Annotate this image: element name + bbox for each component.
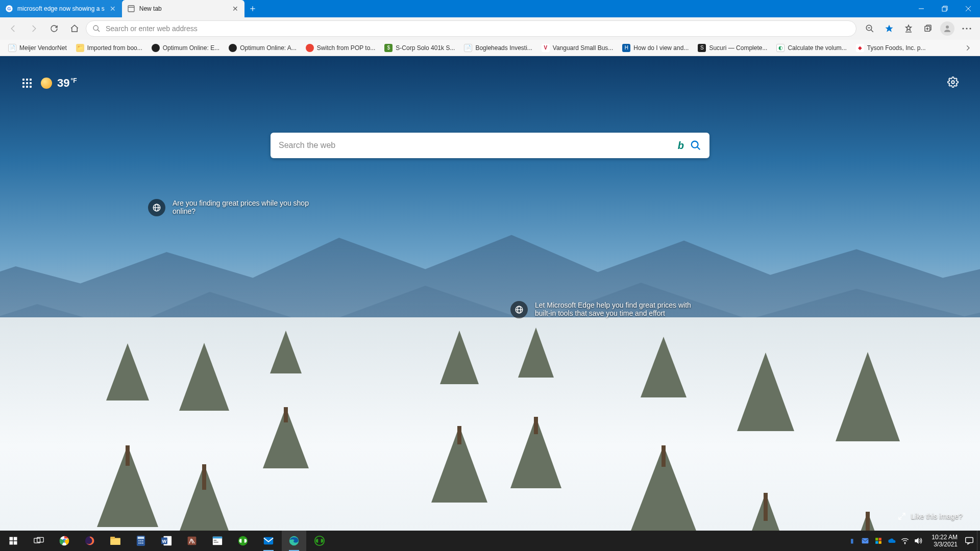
system-tray: ▮ — [843, 537, 927, 545]
app-launcher-button[interactable] — [21, 78, 33, 89]
svg-rect-67 — [862, 538, 869, 544]
settings-and-more-button[interactable] — [958, 19, 976, 38]
svg-point-21 — [946, 26, 949, 29]
close-window-button[interactable] — [957, 0, 980, 17]
tray-icon-mail[interactable] — [861, 537, 869, 545]
svg-rect-37 — [14, 537, 17, 541]
svg-rect-64 — [264, 537, 273, 545]
svg-point-54 — [142, 542, 143, 544]
back-button[interactable] — [4, 19, 22, 38]
new-tab-button[interactable] — [244, 0, 261, 17]
forward-button[interactable] — [24, 19, 43, 38]
tray-icon-onedrive[interactable] — [888, 537, 896, 545]
site-icon — [306, 44, 314, 52]
svg-rect-48 — [138, 537, 144, 539]
tray-icon-security[interactable] — [874, 537, 883, 545]
favorites-list-button[interactable] — [899, 19, 918, 38]
search-icon[interactable] — [690, 140, 701, 151]
taskbar-app-generic-1[interactable] — [180, 531, 204, 551]
promo-bubble-shopping[interactable]: Are you finding great prices while you s… — [148, 199, 332, 216]
tab-1-active[interactable]: New tab ✕ — [122, 0, 244, 17]
start-button[interactable] — [1, 531, 26, 551]
search-icon — [92, 24, 101, 33]
svg-marker-15 — [886, 25, 893, 32]
new-tab-page: 39°F b Are you finding great prices whil… — [0, 56, 980, 531]
maximize-button[interactable] — [933, 0, 957, 17]
clock-time: 10:22 AM — [932, 534, 958, 541]
tab-0[interactable]: G microsoft edge now showing a s ✕ — [0, 0, 122, 17]
taskbar-app-generic-2[interactable] — [205, 531, 230, 551]
bookmark-item[interactable]: Switch from POP to... — [303, 42, 378, 54]
svg-rect-62 — [214, 542, 218, 543]
zoom-indicator-button[interactable] — [861, 19, 879, 38]
bing-icon: b — [678, 140, 684, 152]
bookmark-item[interactable]: 📄Bogleheads Investi... — [461, 42, 535, 54]
ntp-search-input[interactable] — [279, 141, 672, 150]
task-view-button[interactable] — [27, 531, 51, 551]
bookmarks-bar: 📄Meijer VendorNet 📁Imported from boo... … — [0, 40, 980, 56]
bookmark-item[interactable]: 📄Meijer VendorNet — [5, 42, 70, 54]
promo-bubble-tools[interactable]: Let Microsoft Edge help you find great p… — [510, 301, 694, 318]
taskbar-app-edge[interactable] — [282, 531, 306, 551]
action-center-button[interactable] — [965, 537, 974, 545]
svg-rect-7 — [942, 7, 946, 11]
site-icon: ◆ — [856, 44, 864, 52]
favorite-button[interactable] — [880, 19, 898, 38]
address-bar[interactable] — [86, 20, 856, 37]
minimize-button[interactable] — [910, 0, 933, 17]
bookmark-item[interactable]: SSucuri — Complete... — [695, 42, 770, 54]
bookmark-item[interactable]: ◐Calculate the volum... — [773, 42, 849, 54]
svg-rect-39 — [14, 541, 17, 545]
ntp-search-box[interactable]: b — [271, 133, 709, 158]
svg-marker-16 — [906, 25, 912, 31]
svg-point-50 — [140, 540, 142, 542]
taskbar-clock[interactable]: 10:22 AM 3/3/2021 — [927, 534, 962, 548]
close-icon[interactable]: ✕ — [109, 5, 117, 13]
bookmark-item[interactable]: ◆Tyson Foods, Inc. p... — [853, 42, 929, 54]
address-input[interactable] — [106, 24, 850, 33]
page-settings-button[interactable] — [947, 77, 959, 88]
bookmark-folder[interactable]: 📁Imported from boo... — [73, 42, 145, 54]
bookmarks-overflow-button[interactable] — [961, 42, 975, 54]
clock-date: 3/3/2021 — [932, 541, 958, 548]
site-icon — [229, 44, 237, 52]
home-button[interactable] — [65, 19, 84, 38]
svg-line-34 — [902, 513, 904, 516]
promo-text: Are you finding great prices while you s… — [173, 199, 332, 215]
taskbar-app-quickbooks-1[interactable] — [231, 531, 255, 551]
like-image-button[interactable]: Like this image? — [898, 512, 963, 520]
tray-icon-wifi[interactable] — [901, 537, 909, 545]
site-icon — [152, 44, 160, 52]
titlebar-drag-region[interactable] — [261, 0, 910, 17]
close-icon[interactable]: ✕ — [231, 5, 239, 13]
tray-icon[interactable]: ▮ — [848, 537, 856, 545]
bookmark-item[interactable]: $S-Corp Solo 401k S... — [381, 42, 458, 54]
profile-button[interactable] — [938, 19, 957, 38]
svg-rect-61 — [214, 540, 217, 541]
bookmark-item[interactable]: Optimum Online: E... — [149, 42, 223, 54]
taskbar-app-quickbooks-2[interactable] — [307, 531, 332, 551]
svg-rect-45 — [110, 538, 120, 545]
taskbar-app-calculator[interactable] — [129, 531, 153, 551]
taskbar-app-chrome[interactable] — [52, 531, 77, 551]
svg-point-25 — [951, 81, 954, 84]
weather-widget[interactable]: 39°F — [41, 77, 77, 90]
taskbar-app-file-explorer[interactable] — [103, 531, 128, 551]
page-icon: 📄 — [464, 44, 472, 52]
taskbar-app-firefox[interactable] — [78, 531, 102, 551]
svg-text:W: W — [162, 539, 167, 544]
taskbar: W ▮ 10:22 AM 3/3/2021 — [0, 531, 980, 551]
taskbar-app-mail[interactable] — [256, 531, 281, 551]
svg-point-23 — [966, 28, 967, 29]
taskbar-app-word[interactable]: W — [154, 531, 179, 551]
show-desktop-button[interactable] — [977, 531, 980, 551]
collections-button[interactable] — [919, 19, 937, 38]
tray-icon-volume[interactable] — [914, 537, 922, 545]
bookmark-item[interactable]: HHow do I view and... — [619, 42, 692, 54]
bookmark-item[interactable]: Optimum Online: A... — [226, 42, 300, 54]
titlebar: G microsoft edge now showing a s ✕ New t… — [0, 0, 980, 17]
refresh-button[interactable] — [45, 19, 63, 38]
svg-rect-74 — [966, 537, 973, 542]
svg-rect-2 — [128, 6, 134, 12]
bookmark-item[interactable]: VVanguard Small Bus... — [538, 42, 617, 54]
